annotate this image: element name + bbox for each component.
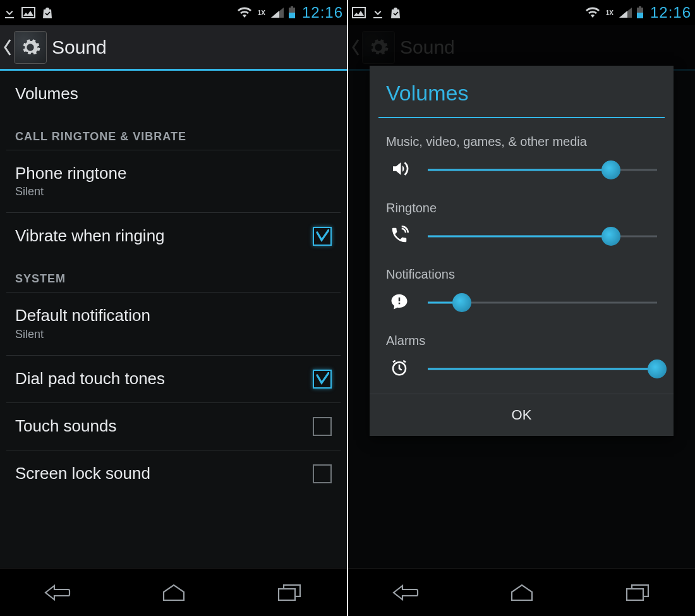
svg-rect-14 <box>627 589 643 600</box>
slider-label: Music, video, games, & other media <box>386 135 657 149</box>
clock: 12:16 <box>650 4 691 21</box>
settings-list[interactable]: Volumes CALL RINGTONE & VIBRATE Phone ri… <box>0 71 347 568</box>
setting-value: Silent <box>15 328 332 341</box>
checkbox-unchecked[interactable] <box>313 417 332 436</box>
svg-rect-5 <box>279 589 295 600</box>
slider-thumb[interactable] <box>648 359 667 378</box>
checkbox-checked[interactable] <box>313 227 332 246</box>
slider-label: Ringtone <box>386 201 657 215</box>
nav-recents-button[interactable] <box>606 577 669 608</box>
setting-value: Silent <box>15 185 332 198</box>
navigation-bar <box>348 568 695 616</box>
phone-screen-right: 1X 12:16 Sound Volumes Music, video, gam… <box>348 0 695 616</box>
setting-vibrate-when-ringing[interactable]: Vibrate when ringing <box>0 213 347 260</box>
nav-back-button[interactable] <box>375 577 438 608</box>
checkbox-unchecked[interactable] <box>313 464 332 483</box>
dialog-title: Volumes <box>370 66 674 117</box>
svg-rect-2 <box>291 6 293 8</box>
action-bar[interactable]: Sound <box>0 25 347 71</box>
section-call-ringtone: CALL RINGTONE & VIBRATE <box>0 118 347 150</box>
signal-icon <box>619 7 632 18</box>
slider-track[interactable] <box>428 227 657 245</box>
volumes-dialog: Volumes Music, video, games, & other med… <box>370 66 674 436</box>
section-system: SYSTEM <box>0 260 347 292</box>
nav-back-button[interactable] <box>27 577 90 608</box>
slider-label: Alarms <box>386 334 657 348</box>
chat-alert-icon <box>386 292 413 313</box>
setting-label: Touch sounds <box>15 417 332 436</box>
svg-rect-3 <box>289 13 295 18</box>
svg-rect-11 <box>399 303 401 305</box>
setting-volumes[interactable]: Volumes <box>0 71 347 118</box>
speaker-icon <box>386 159 413 181</box>
download-icon <box>372 6 384 19</box>
svg-rect-8 <box>639 6 641 8</box>
svg-rect-10 <box>399 298 401 301</box>
shopping-bag-icon <box>42 6 53 19</box>
slider-thumb[interactable] <box>601 227 620 246</box>
slider-track[interactable] <box>428 360 657 378</box>
picture-icon <box>352 7 366 18</box>
ok-button[interactable]: OK <box>370 394 674 436</box>
volume-slider-speaker: Music, video, games, & other media <box>386 126 657 192</box>
slider-track[interactable] <box>428 161 657 179</box>
wifi-icon <box>236 6 253 19</box>
dialog-body: Music, video, games, & other mediaRingto… <box>370 123 674 394</box>
svg-rect-6 <box>353 8 365 18</box>
dialog-footer: OK <box>370 394 674 436</box>
setting-label: Dial pad touch tones <box>15 370 332 389</box>
navigation-bar <box>0 568 347 616</box>
volume-slider-phone-ring: Ringtone <box>386 192 657 258</box>
setting-label: Default notification <box>15 306 332 325</box>
setting-default-notification[interactable]: Default notification Silent <box>0 293 347 355</box>
status-bar: 1X 12:16 <box>348 0 695 25</box>
slider-track[interactable] <box>428 294 657 311</box>
volume-slider-chat-alert: Notifications <box>386 258 657 325</box>
back-caret-icon <box>3 39 13 56</box>
setting-label: Phone ringtone <box>15 164 332 183</box>
phone-screen-left: 1X 12:16 Sound Volumes CALL RINGTONE & V… <box>0 0 347 616</box>
clock: 12:16 <box>302 4 343 21</box>
nav-home-button[interactable] <box>142 577 205 608</box>
battery-icon <box>636 6 644 19</box>
signal-icon <box>270 7 284 18</box>
setting-dialpad-touch-tones[interactable]: Dial pad touch tones <box>0 356 347 402</box>
network-type: 1X <box>606 9 613 16</box>
setting-label: Screen lock sound <box>15 464 332 483</box>
network-type: 1X <box>258 9 265 16</box>
settings-gear-icon <box>14 31 47 64</box>
shopping-bag-icon <box>390 6 401 19</box>
slider-thumb[interactable] <box>452 293 471 312</box>
phone-ring-icon <box>386 226 413 247</box>
page-title: Sound <box>52 37 107 58</box>
status-bar: 1X 12:16 <box>0 0 347 25</box>
alarm-icon <box>386 358 413 380</box>
setting-phone-ringtone[interactable]: Phone ringtone Silent <box>0 150 347 213</box>
volume-slider-alarm: Alarms <box>386 325 657 391</box>
setting-label: Volumes <box>15 85 332 104</box>
checkbox-checked[interactable] <box>313 370 332 389</box>
setting-touch-sounds[interactable]: Touch sounds <box>0 403 347 450</box>
download-icon <box>4 6 15 19</box>
picture-icon <box>21 7 35 18</box>
setting-screen-lock-sound[interactable]: Screen lock sound <box>0 450 347 497</box>
slider-thumb[interactable] <box>601 160 620 179</box>
battery-icon <box>288 6 296 19</box>
nav-recents-button[interactable] <box>258 577 321 608</box>
slider-label: Notifications <box>386 267 657 282</box>
setting-label: Vibrate when ringing <box>15 227 332 246</box>
svg-rect-0 <box>22 8 35 18</box>
dialog-title-divider <box>378 117 665 118</box>
nav-home-button[interactable] <box>490 577 553 608</box>
wifi-icon <box>584 6 601 19</box>
svg-rect-9 <box>637 13 643 18</box>
